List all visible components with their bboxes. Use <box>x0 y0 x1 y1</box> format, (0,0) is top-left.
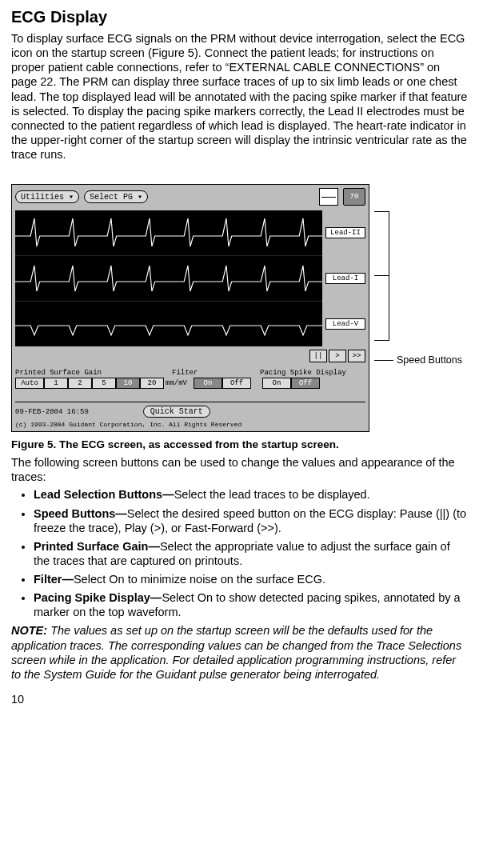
spike-label: Pacing Spike Display <box>260 369 365 377</box>
filter-label: Filter <box>172 369 260 377</box>
heart-rate-indicator: 70 <box>343 188 365 206</box>
lead-selection-button[interactable]: Lead-I <box>325 273 365 284</box>
filter-button[interactable]: Off <box>222 378 251 389</box>
speed-buttons-callout: Speed Buttons <box>397 354 462 366</box>
play-button[interactable]: > <box>329 350 346 362</box>
list-item: Pacing Spike Display—Select On to show d… <box>34 590 468 619</box>
trace-display <box>15 210 322 346</box>
lead-selection-button[interactable]: Lead-V <box>325 318 365 330</box>
gain-button[interactable]: Auto <box>15 378 44 389</box>
gain-button[interactable]: 10 <box>116 378 140 389</box>
figure-caption: Figure 5. The ECG screen, as accessed fr… <box>11 438 468 450</box>
controls-row: Printed Surface Gain Filter Pacing Spike… <box>12 364 369 390</box>
note-paragraph: NOTE: The values as set up on the startu… <box>11 623 468 682</box>
pause-button[interactable]: || <box>309 350 327 362</box>
trace-row <box>15 210 322 256</box>
utilities-button[interactable]: Utilities ▾ <box>15 190 79 203</box>
gain-unit: mm/mV <box>166 379 187 387</box>
copyright: (c) 1993-2004 Guidant Corporation, Inc. … <box>12 419 369 431</box>
gain-button[interactable]: 1 <box>44 378 68 389</box>
list-item: Lead Selection Buttons—Select the lead t… <box>34 487 468 502</box>
bullet-list: Lead Selection Buttons—Select the lead t… <box>11 487 468 619</box>
intro-paragraph: The following screen buttons can be used… <box>11 455 468 484</box>
select-pg-button[interactable]: Select PG ▾ <box>84 190 148 203</box>
page-number: 10 <box>11 693 468 706</box>
trace-row <box>15 302 322 346</box>
figure: Utilities ▾ Select PG ▾ 70 <box>11 184 468 450</box>
trace-row <box>15 256 322 302</box>
spike-button[interactable]: On <box>262 378 291 389</box>
ecg-icon[interactable] <box>319 188 338 206</box>
gain-button[interactable]: 2 <box>68 378 92 389</box>
lead-buttons-column: Lead-II Lead-I Lead-V <box>325 210 365 346</box>
body-paragraph: To display surface ECG signals on the PR… <box>11 31 468 162</box>
toolbar: Utilities ▾ Select PG ▾ 70 <box>12 185 369 209</box>
filter-button[interactable]: On <box>194 378 222 389</box>
spike-button[interactable]: Off <box>291 378 320 389</box>
gain-button[interactable]: 20 <box>140 378 164 389</box>
gain-button[interactable]: 5 <box>92 378 116 389</box>
ecg-screenshot: Utilities ▾ Select PG ▾ 70 <box>11 184 369 432</box>
page-title: ECG Display <box>11 8 468 26</box>
speed-buttons: || > >> <box>12 348 369 364</box>
list-item: Printed Surface Gain—Select the appropri… <box>34 539 468 568</box>
list-item: Filter—Select On to minimize noise on th… <box>34 572 468 586</box>
fast-forward-button[interactable]: >> <box>348 350 365 362</box>
quick-start-button[interactable]: Quick Start <box>143 406 210 418</box>
timestamp: 09-FEB-2004 16:59 <box>15 408 89 416</box>
lead-selection-button[interactable]: Lead-II <box>325 227 365 238</box>
gain-label: Printed Surface Gain <box>15 369 172 377</box>
list-item: Speed Buttons—Select the desired speed b… <box>34 506 468 535</box>
